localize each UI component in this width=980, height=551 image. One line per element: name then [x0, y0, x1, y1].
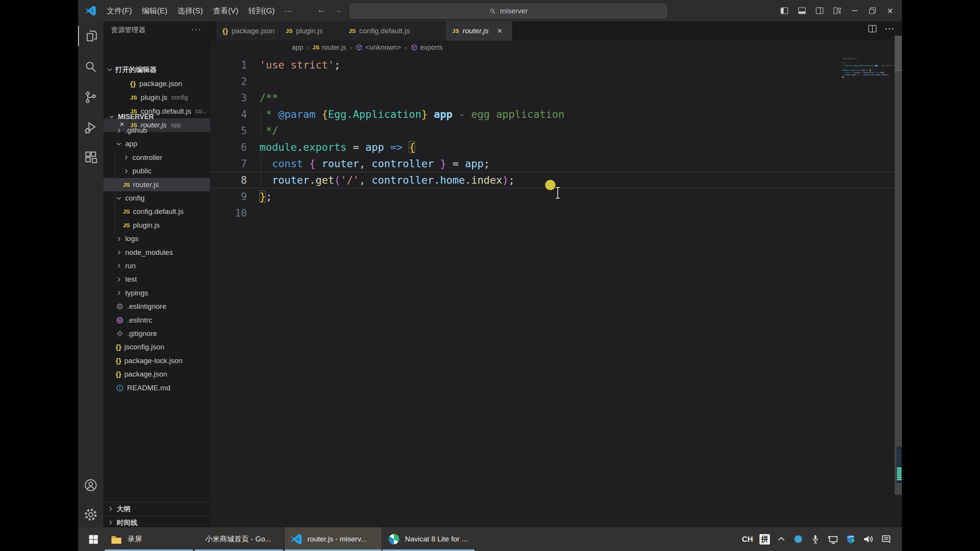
- line-number[interactable]: 2: [210, 76, 247, 87]
- menu-item-查看-v[interactable]: 查看(V): [208, 6, 243, 16]
- tree-item-router-js[interactable]: JSrouter.js: [103, 178, 210, 191]
- line-number[interactable]: 1: [210, 59, 247, 71]
- layout-sidebar-left-button[interactable]: [776, 0, 793, 21]
- code-line-3[interactable]: 3/**: [210, 90, 895, 106]
- activity-settings[interactable]: [78, 505, 103, 525]
- tree-item-github[interactable]: .github: [103, 124, 210, 137]
- command-center-search[interactable]: miserver: [350, 4, 667, 18]
- code-line-4[interactable]: 4 * @param {Egg.Application} app - egg a…: [210, 106, 895, 122]
- taskbar-active-underline: [105, 549, 193, 551]
- tab-config-default-js[interactable]: JSconfig.default.js: [343, 21, 446, 41]
- tree-item-eslintrc[interactable]: .eslintrc: [103, 313, 210, 327]
- code-line-2[interactable]: 2: [210, 73, 895, 90]
- tree-item-logs[interactable]: logs: [103, 232, 210, 246]
- line-number[interactable]: 7: [210, 158, 247, 170]
- line-number[interactable]: 6: [210, 142, 247, 153]
- tree-item-jsconfig-json[interactable]: {}jsconfig.json: [103, 341, 210, 354]
- speaker-icon[interactable]: [862, 533, 874, 545]
- shield-icon[interactable]: [845, 534, 856, 544]
- open-editors-header[interactable]: 打开的编辑器: [103, 63, 210, 76]
- menu-overflow[interactable]: ···: [279, 7, 297, 15]
- tree-item-public[interactable]: public: [103, 165, 210, 178]
- taskbar-app-录屏[interactable]: 录屏: [105, 527, 193, 551]
- more-actions-button[interactable]: ···: [885, 26, 895, 33]
- display-icon[interactable]: [827, 533, 839, 545]
- tree-item-test[interactable]: test: [103, 273, 210, 286]
- start-button[interactable]: [83, 527, 104, 551]
- language-indicator[interactable]: CH: [742, 535, 753, 544]
- tree-item-node-modules[interactable]: node_modules: [103, 246, 210, 259]
- menu-item-文件-f[interactable]: 文件(F): [102, 6, 137, 16]
- record-dot-icon[interactable]: [793, 534, 804, 544]
- layout-sidebar-right-button[interactable]: [811, 0, 828, 21]
- activity-search[interactable]: [78, 57, 103, 77]
- line-number[interactable]: 10: [210, 207, 247, 219]
- tab-plugin-js[interactable]: JSplugin.js: [279, 21, 343, 41]
- tree-item-controller[interactable]: controller: [103, 151, 210, 164]
- line-number[interactable]: 8: [210, 174, 247, 186]
- tab-package-json[interactable]: {}package.json: [216, 21, 279, 41]
- menu-item-编辑-e[interactable]: 编辑(E): [137, 6, 173, 16]
- action-center-icon[interactable]: [880, 533, 892, 545]
- explorer-more-actions[interactable]: ···: [191, 24, 202, 34]
- breadcrumb-item-router-js[interactable]: JSrouter.js: [312, 44, 346, 52]
- line-number[interactable]: 9: [210, 191, 247, 202]
- arrow-back-icon[interactable]: ←: [317, 5, 326, 15]
- code-line-7[interactable]: 7 const { router, controller } = app;: [210, 155, 895, 172]
- code-line-10[interactable]: 10: [210, 205, 895, 221]
- breadcrumb-item-unknown[interactable]: <unknown>: [355, 44, 401, 52]
- split-editor-button[interactable]: [867, 24, 877, 35]
- tree-item-config-default-js[interactable]: JSconfig.default.js: [103, 205, 210, 218]
- tree-item-plugin-js[interactable]: JSplugin.js: [103, 218, 210, 232]
- tree-item-gitignore[interactable]: .gitignore: [103, 327, 210, 340]
- activity-extensions[interactable]: [78, 147, 103, 167]
- chevron-up-icon[interactable]: [776, 534, 786, 544]
- tab-router-js[interactable]: JSrouter.js×: [446, 21, 513, 41]
- ime-pinyin-icon[interactable]: 拼: [760, 534, 770, 544]
- arrow-forward-icon[interactable]: →: [333, 5, 342, 15]
- line-number[interactable]: 4: [210, 109, 247, 120]
- tree-item-config[interactable]: config: [103, 191, 210, 205]
- activity-run-debug[interactable]: [78, 117, 103, 137]
- tree-item-eslintignore[interactable]: .eslintignore: [103, 300, 210, 313]
- tree-item-app[interactable]: app: [103, 137, 210, 151]
- menu-item-转到-g[interactable]: 转到(G): [243, 6, 280, 16]
- breadcrumb-item-exports[interactable]: exports: [410, 44, 443, 52]
- close-button[interactable]: ×: [881, 0, 899, 21]
- activity-account[interactable]: [78, 475, 103, 495]
- minimap[interactable]: 'use strict';/** * @param {Egg.Applicati…: [842, 57, 877, 80]
- search-icon: [489, 7, 497, 15]
- code-line-1[interactable]: 1'use strict';: [210, 57, 895, 73]
- activity-explorer[interactable]: [78, 26, 104, 46]
- tree-item-run[interactable]: run: [103, 259, 210, 272]
- code-line-9[interactable]: 9};: [210, 188, 895, 205]
- tree-item-miserver[interactable]: MISERVER: [103, 110, 210, 124]
- line-number[interactable]: 3: [210, 92, 247, 104]
- maximize-restore-button[interactable]: [864, 0, 881, 21]
- microphone-icon[interactable]: [810, 534, 821, 544]
- tree-item-package-json[interactable]: {}package.json: [103, 367, 210, 381]
- right-scrollbar[interactable]: [895, 36, 902, 495]
- layout-customize-button[interactable]: [828, 0, 846, 21]
- taskbar-app-小米商城首页-go[interactable]: 小米商城首页 - Go...: [195, 527, 283, 551]
- minimize-button[interactable]: [846, 0, 864, 21]
- layout-panel-button[interactable]: [793, 0, 811, 21]
- timeline-panel-header[interactable]: 时间线: [103, 516, 210, 529]
- taskbar-app-router-js-miserv[interactable]: router.js - miserv...: [285, 527, 381, 551]
- scrollbar-thumb[interactable]: [895, 36, 902, 71]
- tree-item-package-lock-json[interactable]: {}package-lock.json: [103, 354, 210, 367]
- activity-source-control[interactable]: [78, 87, 103, 107]
- open-editor-plugin-js[interactable]: JSplugin.jsconfig: [103, 91, 210, 104]
- breadcrumb-item-app[interactable]: app: [292, 44, 303, 52]
- line-number[interactable]: 5: [210, 125, 247, 137]
- tree-item-readme-md[interactable]: README.md: [103, 381, 210, 395]
- code-line-6[interactable]: 6module.exports = app => {: [210, 139, 895, 155]
- close-icon[interactable]: ×: [497, 26, 502, 36]
- menu-item-选择-s[interactable]: 选择(S): [172, 6, 208, 16]
- code-editor[interactable]: 1'use strict';23/**4 * @param {Egg.Appli…: [210, 57, 895, 221]
- open-editor-package-json[interactable]: {}package.json: [103, 77, 210, 91]
- code-line-5[interactable]: 5 */: [210, 122, 895, 139]
- outline-panel-header[interactable]: 大纲: [103, 502, 210, 515]
- tree-item-typings[interactable]: typings: [103, 286, 210, 300]
- taskbar-app-navicat-8-lite-for[interactable]: Navicat 8 Lite for ...: [382, 527, 474, 551]
